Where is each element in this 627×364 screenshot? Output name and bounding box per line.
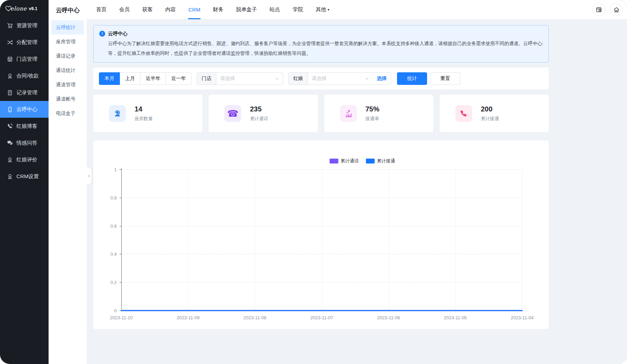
chat-bubbles-icon bbox=[7, 140, 13, 146]
sidebar-item-records[interactable]: 记录管理 bbox=[0, 84, 49, 101]
legend-swatch bbox=[330, 159, 338, 163]
header-actions bbox=[592, 3, 627, 16]
submenu-item-agents[interactable]: 座席管理 bbox=[51, 35, 84, 49]
reset-button[interactable]: 重置 bbox=[430, 72, 460, 85]
banner-description-line2: 等，提升红娘工作效率的同时，也提供了企业管理者对通话监控管理，快速协助红娘销售等… bbox=[99, 50, 543, 57]
sidebar-item-label: 资源管理 bbox=[16, 22, 37, 29]
x-axis-tick-label: 2023-11-05 bbox=[444, 315, 467, 320]
chart-series bbox=[121, 169, 522, 311]
x-gridline bbox=[522, 169, 522, 311]
nav-item-members[interactable]: 会员 bbox=[119, 0, 130, 19]
nav-item-label: 其他 bbox=[316, 6, 326, 13]
top-nav: 首页 会员 获客 内容 CRM 财务 脱单盒子 站点 学院 其他 ▾ bbox=[87, 0, 329, 19]
handset-icon bbox=[455, 105, 472, 122]
y-axis-tick-label: 0.4 bbox=[110, 252, 117, 257]
legend-swatch bbox=[366, 159, 375, 163]
sidebar-item-reviews[interactable]: 红娘评价 bbox=[0, 151, 49, 168]
y-axis-tick-label: 0.2 bbox=[110, 280, 117, 285]
matchmaker-pick-link[interactable]: 选择 bbox=[373, 75, 391, 82]
submenu-item-channels[interactable]: 通道管理 bbox=[51, 78, 84, 92]
statistics-button[interactable]: 统计 bbox=[397, 72, 427, 85]
y-axis-tick-label: 0.8 bbox=[110, 195, 117, 200]
submenu-item-call-stats[interactable]: 云呼统计 bbox=[51, 20, 84, 35]
agent-headset-icon bbox=[109, 105, 126, 122]
store-select[interactable]: 门店 请选择 bbox=[197, 72, 283, 85]
banner-title: 云呼中心 bbox=[108, 30, 128, 37]
sidebar-item-stores[interactable]: 门店管理 bbox=[0, 51, 49, 67]
sidebar-item-resources[interactable]: 资源管理 bbox=[0, 17, 49, 34]
main-content: ! 云呼中心 云呼中心为了解决红娘需要使用电话方式进行销售、跟进、邀约到店、服务… bbox=[87, 20, 627, 364]
matchmaker-select[interactable]: 红娘 请选择 选择 bbox=[288, 72, 391, 85]
matchmaker-select-placeholder[interactable]: 请选择 bbox=[308, 75, 365, 82]
stat-card-total-connected: 200 累计接通 bbox=[440, 95, 549, 132]
sidebar-item-blog[interactable]: 红娘博客 bbox=[0, 118, 49, 134]
store-select-placeholder[interactable]: 请选择 bbox=[216, 75, 275, 82]
store-select-label: 门店 bbox=[197, 73, 216, 85]
nav-item-home[interactable]: 首页 bbox=[96, 0, 107, 19]
x-axis-tick-label: 2023-11-08 bbox=[244, 315, 267, 320]
sidebar-item-label: 记录管理 bbox=[16, 89, 37, 96]
chevron-left-icon: ‹ bbox=[88, 173, 90, 179]
nav-item-academy[interactable]: 学院 bbox=[293, 0, 303, 19]
nav-item-acquisition[interactable]: 获客 bbox=[142, 0, 153, 19]
phone-wave-icon bbox=[7, 123, 13, 129]
primary-menu: 资源管理 分配管理 门店管理 合同/收款 bbox=[0, 17, 49, 185]
rose-badge-icon bbox=[7, 73, 13, 79]
sidebar-item-label: 情感问答 bbox=[16, 140, 37, 146]
sidebar-item-label: 门店管理 bbox=[16, 56, 37, 63]
sidebar-item-crm-settings[interactable]: CRM设置 bbox=[0, 168, 49, 185]
stat-card-connect-rate: 75% 接通率 bbox=[324, 95, 433, 132]
banner-description-line1: 云呼中心为了解决红娘需要使用电话方式进行销售、跟进、邀约到店、服务客户等场景，为… bbox=[99, 40, 543, 47]
range-this-month-button[interactable]: 本月 bbox=[99, 72, 120, 85]
sidebar-item-allocation[interactable]: 分配管理 bbox=[0, 34, 49, 51]
legend-item[interactable]: 累计接通 bbox=[366, 158, 395, 164]
nav-item-content[interactable]: 内容 bbox=[165, 0, 176, 19]
stat-card-total-calls: ☎ 235 累计通话 bbox=[209, 95, 318, 132]
stat-label: 累计接通 bbox=[481, 116, 499, 122]
stat-label: 接通率 bbox=[366, 116, 380, 122]
nav-item-finance[interactable]: 财务 bbox=[213, 0, 223, 19]
stat-value: 200 bbox=[481, 105, 499, 113]
x-axis-tick-label: 2023-11-04 bbox=[511, 315, 534, 320]
sidebar-collapse-handle[interactable]: ‹ bbox=[87, 167, 92, 184]
brand-name: elone bbox=[10, 5, 27, 12]
secondary-sidebar-title: 云呼中心 bbox=[49, 0, 87, 20]
rose-badge-icon bbox=[7, 173, 13, 180]
home-button[interactable] bbox=[610, 3, 623, 16]
submenu-item-call-records[interactable]: 通话记录 bbox=[51, 49, 84, 63]
range-one-year-button[interactable]: 近一年 bbox=[166, 72, 192, 85]
journal-icon bbox=[7, 89, 13, 96]
stat-value: 75% bbox=[366, 105, 380, 113]
sidebar-item-qa[interactable]: 情感问答 bbox=[0, 134, 49, 151]
cart-icon bbox=[7, 22, 13, 29]
legend-label: 累计接通 bbox=[377, 158, 395, 164]
stat-label: 座席数量 bbox=[135, 116, 153, 122]
shuffle-icon bbox=[7, 39, 13, 45]
top-header: 首页 会员 获客 内容 CRM 财务 脱单盒子 站点 学院 其他 ▾ bbox=[87, 0, 627, 20]
x-axis-tick-label: 2023-11-09 bbox=[176, 315, 200, 320]
nav-item-more[interactable]: 其他 ▾ bbox=[316, 0, 329, 19]
calendar-clock-button[interactable] bbox=[592, 3, 605, 16]
submenu-item-phone-box[interactable]: 电话盒子 bbox=[51, 106, 84, 121]
chart-legend: 累计通话累计接通 bbox=[330, 158, 395, 164]
chevron-down-icon: ▾ bbox=[327, 8, 329, 12]
sidebar-item-label: 红娘博客 bbox=[16, 123, 37, 130]
submenu-item-channel-accounts[interactable]: 通道帐号 bbox=[51, 92, 84, 106]
range-last-month-button[interactable]: 上月 bbox=[120, 72, 140, 85]
nav-item-sites[interactable]: 站点 bbox=[269, 0, 280, 19]
stat-label: 累计通话 bbox=[250, 116, 268, 122]
sidebar-item-contracts[interactable]: 合同/收款 bbox=[0, 67, 49, 84]
sidebar-item-label: CRM设置 bbox=[16, 173, 39, 180]
info-banner: ! 云呼中心 云呼中心为了解决红娘需要使用电话方式进行销售、跟进、邀约到店、服务… bbox=[93, 25, 549, 63]
nav-item-crm[interactable]: CRM bbox=[188, 0, 200, 19]
primary-sidebar: elone v9.1 资源管理 分配管理 门店管理 bbox=[0, 0, 49, 364]
brand-version: v9.1 bbox=[29, 6, 37, 11]
legend-item[interactable]: 累计通话 bbox=[330, 158, 359, 164]
x-axis-tick-label: 2023-11-07 bbox=[310, 315, 333, 320]
sidebar-item-cloud-call[interactable]: 云呼中心 bbox=[0, 101, 49, 118]
y-axis-tick-label: 0.6 bbox=[110, 223, 117, 228]
range-half-year-button[interactable]: 近半年 bbox=[140, 72, 166, 85]
stat-card-agents: 14 座席数量 bbox=[93, 95, 202, 132]
nav-item-box[interactable]: 脱单盒子 bbox=[236, 0, 257, 19]
submenu-item-call-statistics[interactable]: 通话统计 bbox=[51, 63, 84, 78]
